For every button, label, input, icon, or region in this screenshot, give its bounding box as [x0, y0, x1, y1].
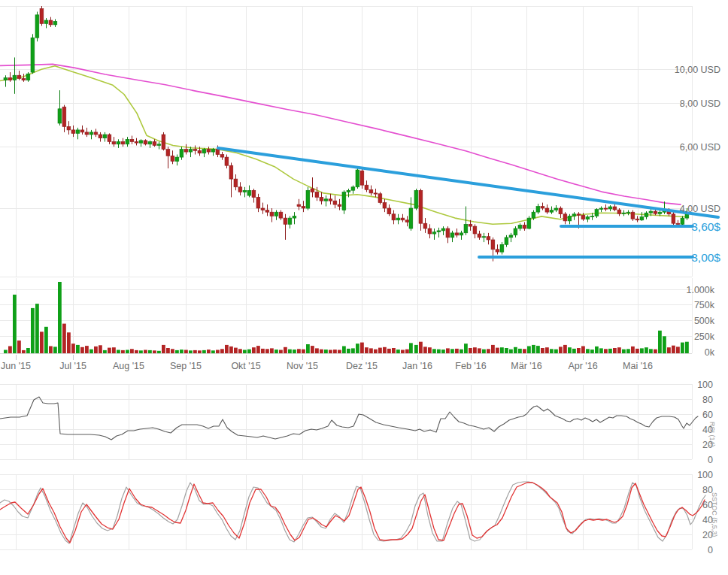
rsi-panel	[0, 397, 698, 440]
volume-bar	[31, 308, 35, 353]
candle-body	[261, 208, 265, 210]
candle-body	[432, 232, 436, 234]
volume-bar	[324, 350, 328, 353]
volume-bar	[572, 349, 576, 353]
candle-body	[441, 228, 445, 231]
month-label: Sep '15	[170, 361, 202, 371]
volume-bar	[256, 346, 260, 353]
volume-bar	[450, 349, 454, 353]
candle-body	[464, 224, 468, 233]
candle-body	[478, 234, 481, 238]
candle-body	[581, 215, 585, 219]
volume-bar	[139, 350, 143, 353]
volume-bar	[8, 347, 12, 354]
rsi-tick-label: 80	[702, 395, 713, 405]
volume-bar	[446, 348, 450, 353]
volume-bar	[374, 350, 378, 353]
candle-body	[577, 214, 581, 216]
candle-body	[469, 224, 472, 226]
volume-bar	[135, 350, 138, 353]
volume-bar	[527, 347, 531, 354]
candle-body	[256, 197, 260, 208]
volume-bar	[99, 345, 102, 353]
candle-body	[71, 130, 75, 134]
volume-bar	[500, 347, 504, 353]
volume-bar	[437, 350, 441, 353]
candle-body	[347, 190, 350, 192]
candle-body	[658, 212, 662, 213]
volume-bar	[157, 351, 161, 353]
candle-body	[613, 207, 617, 210]
candle-body	[487, 237, 490, 240]
volume-bar	[482, 350, 486, 353]
volume-bar	[44, 327, 48, 353]
volume-bar	[347, 349, 350, 353]
stoch-d-line	[0, 483, 705, 543]
volume-bar	[279, 350, 283, 354]
volume-bar	[288, 350, 292, 353]
candle-body	[180, 150, 184, 158]
volume-bar	[225, 345, 229, 353]
volume-bar	[108, 348, 111, 353]
candle-body	[338, 204, 341, 207]
candle-body	[306, 190, 310, 208]
candle-body	[193, 150, 197, 151]
candle-body	[505, 238, 508, 244]
candle-body	[130, 139, 134, 141]
volume-bar	[71, 343, 75, 353]
volume-bar	[360, 343, 364, 353]
volume-bar	[40, 331, 44, 353]
volume-bar	[130, 349, 134, 353]
candle-body	[139, 141, 143, 143]
volume-bar	[184, 350, 188, 354]
candle-body	[631, 212, 635, 219]
candle-body	[247, 190, 251, 195]
volume-bar	[387, 349, 391, 353]
chart-canvas[interactable]: Jun '15Jul '15Aug '15Sep '15Okt '15Nov '…	[0, 0, 728, 575]
candle-body	[80, 130, 84, 132]
candle-body	[311, 189, 314, 192]
volume-tick-label: 750k	[694, 300, 715, 310]
candle-body	[586, 217, 590, 219]
volume-bar	[302, 350, 305, 353]
candle-body	[99, 135, 102, 138]
descending-trendline	[218, 148, 718, 217]
volume-bar	[478, 348, 481, 353]
candle-body	[554, 208, 558, 210]
candle-body	[374, 193, 378, 194]
month-label: Nov '15	[287, 361, 318, 371]
volume-bar	[85, 346, 89, 353]
volume-bar	[247, 350, 251, 353]
volume-bar	[559, 347, 563, 353]
volume-bar	[351, 348, 355, 353]
candle-body	[94, 132, 98, 135]
volume-bar	[487, 349, 490, 353]
support-label: 3,60$	[691, 220, 720, 233]
volume-bar	[189, 350, 193, 353]
volume-bar	[356, 343, 359, 353]
volume-bar	[658, 331, 662, 353]
volume-bar	[383, 347, 387, 353]
candle-body	[604, 208, 608, 209]
candle-body	[76, 130, 80, 134]
volume-bar	[80, 347, 84, 353]
candle-body	[500, 244, 504, 252]
candle-body	[112, 142, 116, 144]
candle-body	[387, 208, 391, 214]
volume-bar	[545, 347, 549, 353]
volume-bar	[469, 348, 472, 353]
volume-bar	[663, 336, 666, 353]
volume-bar	[17, 340, 21, 353]
candle-body	[414, 190, 418, 208]
stoch-tick-label: 0	[708, 545, 713, 555]
stoch-tick-label: 100	[697, 470, 713, 480]
month-label: Mär '16	[511, 361, 541, 371]
candle-body	[211, 150, 215, 153]
volume-bar	[441, 350, 445, 353]
candle-body	[229, 165, 233, 179]
volume-bar	[608, 349, 612, 353]
volume-bar	[654, 350, 657, 353]
candle-body	[126, 139, 129, 144]
candle-body	[482, 237, 486, 238]
volume-bar	[414, 345, 418, 353]
